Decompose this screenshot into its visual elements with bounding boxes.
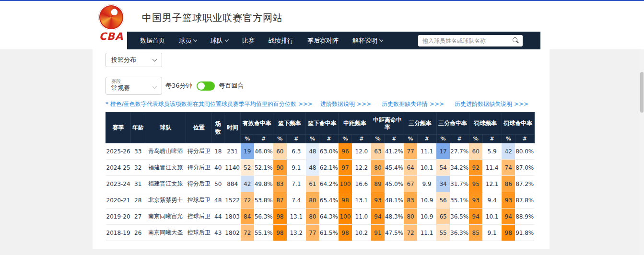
percentile-cell: 61	[306, 176, 319, 192]
games-cell: 48	[212, 192, 224, 209]
help-link-0[interactable]: 进阶数据说明 >>>	[320, 100, 371, 108]
phase-select[interactable]: 赛段 常规赛	[105, 77, 162, 95]
percentile-cell: 90	[273, 160, 287, 176]
team-cell: 青岛崂山啤酒	[145, 143, 186, 160]
sub-header: #	[417, 135, 436, 143]
value-cell: 64.2%	[319, 176, 339, 192]
cba-logo-text: CBA	[94, 31, 128, 42]
percentile-cell: 93	[371, 192, 385, 209]
minutes-cell: 1803	[224, 209, 241, 225]
value-cell: 6.3	[287, 143, 306, 160]
nav-item-label: 战绩排行	[269, 36, 293, 45]
value-cell: 45.0%	[385, 176, 404, 192]
sub-header: %	[339, 135, 352, 143]
nav-item-2[interactable]: 球队	[211, 36, 228, 45]
chevron-down-icon	[193, 38, 197, 42]
value-cell: 47.5%	[385, 225, 404, 241]
minutes-cell: 1140	[224, 160, 241, 176]
sub-header: %	[502, 135, 515, 143]
column-header: 时间	[224, 113, 241, 143]
value-cell: 61.5%	[319, 225, 339, 241]
stat-type-select[interactable]: 投篮分布	[105, 53, 162, 67]
scrollbar-thumb[interactable]	[640, 72, 644, 113]
percentile-cell: 87	[273, 192, 287, 209]
percentile-cell: 83	[404, 192, 417, 209]
sub-header: %	[469, 135, 482, 143]
cba-logo[interactable]: CBA	[94, 4, 128, 42]
value-cell: 64.3%	[319, 209, 339, 225]
season-cell: 2023-24	[106, 176, 131, 192]
value-cell: 10.9	[417, 209, 436, 225]
help-link-1[interactable]: 历史数据缺失详情 >>>	[382, 100, 444, 108]
value-cell: 45.4%	[385, 160, 404, 176]
value-cell: 56.3%	[254, 209, 273, 225]
nav-item-3[interactable]: 比赛	[242, 36, 255, 45]
nav-item-1[interactable]: 球员	[179, 36, 197, 45]
percentile-cell: 96	[339, 143, 352, 160]
stat-group-header: 三分命中率	[436, 113, 469, 135]
percentile-cell: 77	[404, 143, 417, 160]
nav-item-4[interactable]: 战绩排行	[269, 36, 293, 45]
value-cell: 80.0%	[515, 143, 534, 160]
stat-group-header: 有效命中率	[241, 113, 273, 135]
rate-mode-toggle-row: 每36分钟 每百回合	[165, 77, 244, 95]
table-row: 2025-2633青岛崂山啤酒得分后卫182311946.0%606.34863…	[106, 143, 535, 160]
value-cell: 91.8%	[515, 225, 534, 241]
top-accent-bar	[0, 0, 644, 1]
sub-header: #	[352, 135, 371, 143]
percentile-cell: 98	[502, 225, 515, 241]
toggle-knob	[198, 82, 205, 90]
value-cell: 27.7%	[450, 143, 469, 160]
page: CBA 中国男子篮球职业联赛官方网站 数据首页球员球队比赛战绩排行季后赛对阵解释…	[0, 0, 644, 255]
sub-header: #	[515, 135, 534, 143]
percentile-cell: 98	[339, 225, 352, 241]
nav-item-label: 数据首页	[140, 36, 165, 45]
stat-group-header: 篮下频率	[273, 113, 306, 135]
nav-item-label: 解释说明	[352, 36, 377, 45]
help-link-2[interactable]: 历史进阶数据缺失说明 >>>	[455, 100, 528, 108]
team-cell: 南京同曦宙光	[145, 209, 186, 225]
nav-item-label: 比赛	[242, 36, 255, 45]
percentile-cell: 72	[404, 225, 417, 241]
table-row: 2020-2128北京紫禁勇士控球后卫4815227253.8%877.4806…	[106, 192, 535, 209]
percentile-cell: 100	[339, 176, 352, 192]
value-cell: 36.3%	[450, 225, 469, 241]
sub-header: #	[254, 135, 273, 143]
toggle-option-per36[interactable]: 每36分钟	[165, 81, 192, 90]
sub-header: %	[306, 135, 319, 143]
percentile-cell: 80	[404, 209, 417, 225]
percentile-cell: 94	[371, 209, 385, 225]
position-cell: 得分后卫	[186, 143, 212, 160]
value-cell: 48.1%	[385, 192, 404, 209]
age-cell: 26	[131, 225, 145, 241]
toggle-option-per100[interactable]: 每百回合	[219, 81, 244, 90]
nav-item-6[interactable]: 解释说明	[352, 36, 383, 45]
percentile-cell: 60	[469, 143, 482, 160]
value-cell: 11.0	[352, 209, 371, 225]
percentile-cell: 56	[436, 192, 450, 209]
minutes-cell: 884	[224, 176, 241, 192]
percentile-cell: 94	[502, 209, 515, 225]
value-cell: 9.1	[482, 225, 502, 241]
sub-header: #	[287, 135, 306, 143]
value-cell: 10.9	[417, 192, 436, 209]
value-cell: 11.1	[417, 143, 436, 160]
column-header: 球队	[145, 113, 186, 143]
percentile-cell: 48	[306, 160, 319, 176]
search-input[interactable]	[418, 35, 512, 46]
nav-item-5[interactable]: 季后赛对阵	[307, 36, 339, 45]
search-icon[interactable]	[512, 37, 520, 45]
nav-item-0[interactable]: 数据首页	[140, 36, 165, 45]
percentile-cell: 42	[502, 143, 515, 160]
column-header: 场数	[212, 113, 224, 143]
page-title: 中国男子篮球职业联赛官方网站	[142, 12, 283, 24]
percentile-cell: 100	[339, 209, 352, 225]
rate-mode-toggle[interactable]	[197, 81, 215, 91]
value-cell: 13.1	[287, 209, 306, 225]
value-cell: 10.1	[417, 160, 436, 176]
sub-header: #	[385, 135, 404, 143]
value-cell: 10.1	[482, 209, 502, 225]
team-cell: 北京紫禁勇士	[145, 192, 186, 209]
stat-group-header: 罚球频率	[469, 113, 502, 135]
percentile-cell: 97	[339, 160, 352, 176]
